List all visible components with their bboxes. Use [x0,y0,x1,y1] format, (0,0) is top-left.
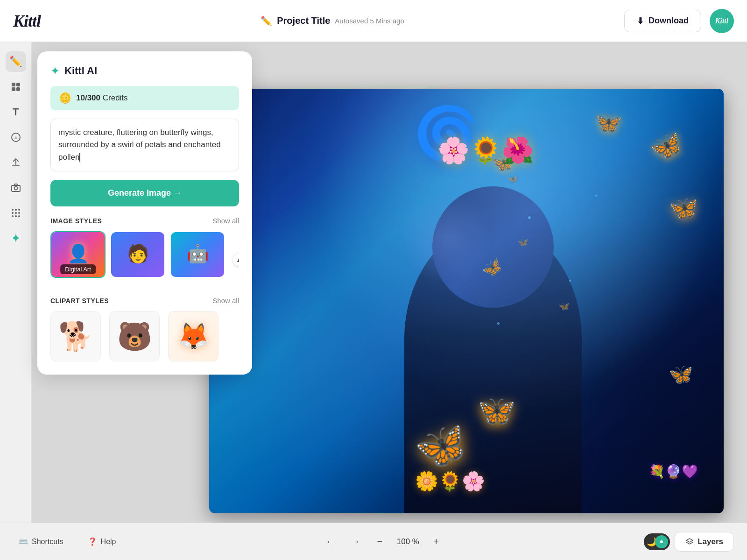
butterfly-2: 🦋 [592,107,624,138]
clipart-styles-row: 🐕 🐻 🦊 [50,311,239,362]
generate-label: Generate Image → [108,188,182,198]
autosaved-text: Autosaved 5 Mins ago [335,17,404,25]
clipart-styles-header: CLIPART STYLES Show all [50,297,239,305]
flowers-crown: 🌸🌻🌺 [437,135,534,166]
pencil-icon[interactable]: ✏️ [261,15,272,27]
style-item-cyberpunk[interactable] [170,231,225,278]
sidebar-item-camera[interactable] [6,177,26,198]
svg-rect-0 [12,83,15,86]
zoom-out-button[interactable]: − [372,534,388,550]
butterfly-4: 🦋 [669,195,698,222]
logo: Kittl [13,11,41,31]
bottom-center: ← → − 100 % + [321,533,444,551]
svg-point-11 [15,212,17,214]
svg-rect-2 [12,87,15,91]
svg-point-16 [660,540,663,543]
clipart-item-bear[interactable]: 🐻 [109,311,160,362]
credits-bar: 🪙 10/300 Credits [50,86,239,110]
project-title[interactable]: Project Title [277,15,330,26]
layers-icon [685,538,694,546]
bottom-bar: ⌨️ Shortcuts ❓ Help ← → − 100 % + 🌙 Laye… [0,523,747,560]
svg-point-15 [18,215,20,217]
svg-point-13 [12,215,14,217]
ai-panel-title: Kittl AI [64,65,97,77]
image-styles-title: IMAGE STYLES [50,217,102,225]
svg-point-8 [15,209,17,211]
clipart-item-corgi[interactable]: 🐕 [50,311,101,362]
particle-2 [569,280,571,282]
sidebar-item-upload[interactable] [6,152,26,173]
download-icon: ⬇ [637,16,644,26]
svg-point-7 [12,209,14,211]
ai-sparkle-icon: ✦ [50,64,60,78]
prompt-textarea[interactable]: mystic creature, fluttering on butterfly… [50,119,239,171]
sidebar-item-text[interactable]: T [6,102,26,122]
butterfly-5: 🦋 [474,390,517,432]
prompt-text: mystic creature, fluttering on butterfly… [58,128,221,162]
svg-rect-3 [16,87,20,91]
sidebar-item-layout[interactable] [6,77,26,97]
shortcuts-icon: ⌨️ [19,537,28,546]
shortcuts-button[interactable]: ⌨️ Shortcuts [13,533,69,550]
bottom-left: ⌨️ Shortcuts ❓ Help [13,533,122,550]
shortcuts-label: Shortcuts [32,538,63,546]
image-styles-row-wrapper: Digital Art ▲ [50,231,239,288]
purple-flowers: 💐🔮💜 [649,464,698,479]
undo-button[interactable]: ← [321,533,339,551]
clipart-item-fox[interactable]: 🦊 [168,311,218,362]
download-label: Download [648,16,689,26]
zoom-value: 100 % [395,537,421,546]
svg-rect-1 [16,83,20,86]
style-label-digital-art: Digital Art [60,264,96,274]
svg-point-9 [18,209,20,211]
butterfly-1: 🦋 [646,127,687,166]
credits-icon: 🪙 [59,92,71,104]
image-styles-row: Digital Art [50,231,239,278]
sidebar-item-edit[interactable]: ✏️ [6,51,26,72]
avatar[interactable]: Kittl [710,9,734,33]
credits-text: 10/300 Credits [76,93,128,103]
help-label: Help [101,538,116,546]
sidebar-item-grid[interactable] [6,203,26,223]
sidebar-item-shapes[interactable] [6,127,26,148]
canvas-image: 🌀 🌸🌻🌺 🦋 🦋 🦋 🦋 🦋 🦋 🦋 🦋 🦋 🦋 🦋 🌼🌻🌸 💐🔮💜 [209,89,724,513]
svg-point-14 [15,215,17,217]
help-icon: ❓ [88,537,97,546]
layers-label: Layers [698,537,723,546]
topbar: Kittl ✏️ Project Title Autosaved 5 Mins … [0,0,747,42]
theme-knob [655,535,668,548]
redo-button[interactable]: → [346,533,364,551]
svg-point-6 [14,187,17,190]
particle-4 [595,195,597,197]
style-item-digital-art[interactable]: Digital Art [50,231,106,278]
bottom-right: 🌙 Layers [644,532,734,552]
butterfly-6: 🦋 [669,363,693,386]
image-styles-show-all[interactable]: Show all [212,217,239,225]
left-sidebar: ✏️ T ✦ [0,42,32,523]
ai-panel: ✦ Kittl AI 🪙 10/300 Credits mystic creat… [37,51,252,375]
svg-point-12 [18,212,20,214]
zoom-in-button[interactable]: + [428,534,444,550]
svg-point-10 [12,212,14,214]
layers-button[interactable]: Layers [675,532,734,552]
ai-panel-header: ✦ Kittl AI [50,64,239,78]
text-cursor [79,153,80,162]
small-butterfly-3: 🦋 [507,174,518,184]
image-styles-header: IMAGE STYLES Show all [50,217,239,225]
clipart-styles-title: CLIPART STYLES [50,297,109,305]
small-butterfly-1: 🦋 [518,237,528,248]
help-button[interactable]: ❓ Help [82,533,122,550]
particle-1 [528,216,531,219]
generate-image-button[interactable]: Generate Image → [50,180,239,206]
small-butterfly-2: 🦋 [559,301,569,312]
theme-toggle[interactable]: 🌙 [644,533,670,550]
style-item-anime[interactable] [110,231,165,278]
sidebar-item-ai[interactable]: ✦ [6,228,26,248]
download-button[interactable]: ⬇ Download [624,10,701,32]
project-info: ✏️ Project Title Autosaved 5 Mins ago [261,15,404,27]
clipart-styles-show-all[interactable]: Show all [212,297,239,305]
